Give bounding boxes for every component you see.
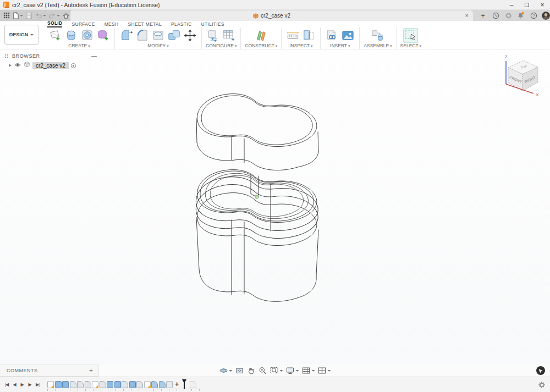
playback-go-to-start[interactable]: |◀ [3, 382, 10, 387]
browser-root-item[interactable]: cr2_case v2 [2, 61, 101, 70]
browser-item-label[interactable]: cr2_case v2 [32, 62, 69, 69]
timeline-feature-fillet-suppressed[interactable] [190, 381, 196, 388]
press-pull-icon[interactable] [119, 28, 134, 43]
create-dropdown[interactable]: CREATE [68, 43, 90, 48]
undo-icon[interactable] [35, 12, 46, 19]
x-axis-label: X [536, 92, 539, 97]
ribbon-tab-mesh[interactable]: MESH [105, 21, 119, 27]
redo-icon[interactable] [48, 12, 60, 19]
extrude-icon[interactable] [64, 28, 79, 43]
job-status-icon[interactable] [491, 11, 500, 20]
profile-status-icon[interactable] [504, 11, 513, 20]
home-icon[interactable] [62, 12, 70, 19]
create-form-icon[interactable] [96, 28, 111, 43]
orbit-caret [229, 370, 233, 372]
timeline-feature-extrude[interactable] [107, 381, 113, 388]
configuration-table-icon[interactable] [222, 28, 237, 43]
joint-icon[interactable] [370, 28, 385, 43]
select-icon[interactable] [403, 28, 418, 43]
timeline-feature-sketch[interactable] [92, 381, 98, 388]
orbit-button[interactable] [219, 366, 233, 375]
timeline-feature-extrude[interactable] [55, 381, 62, 388]
timeline-feature-fillet[interactable] [70, 381, 76, 388]
panel-collapse-icon[interactable]: — [91, 53, 97, 59]
model-canvas[interactable]: BROWSER — cr2_case v2 [0, 49, 550, 365]
viewports-button[interactable] [318, 366, 331, 375]
browser-title: BROWSER [12, 53, 40, 59]
measure-icon[interactable] [285, 28, 300, 43]
look-at-button[interactable] [235, 366, 244, 375]
display-settings-button[interactable] [286, 366, 299, 375]
playback-go-to-end[interactable]: ▶| [34, 382, 41, 387]
timeline-settings-gear-icon[interactable] [538, 381, 546, 391]
construct-dropdown[interactable]: CONSTRUCT [245, 43, 277, 48]
document-tab[interactable]: cr2_case v2 × [70, 10, 473, 21]
app-grid-icon[interactable] [3, 12, 10, 19]
maximize-button[interactable] [519, 0, 535, 9]
wireframe-model[interactable] [0, 49, 550, 365]
timeline-feature-shell[interactable] [159, 381, 166, 388]
save-icon[interactable] [25, 12, 32, 19]
timeline-feature-extrude[interactable] [129, 381, 136, 388]
assemble-dropdown[interactable]: ASSEMBLE [364, 43, 392, 48]
ribbon-tab-surface[interactable]: SURFACE [72, 21, 95, 27]
tab-strip: cr2_case v2 × + ? [0, 10, 550, 21]
close-button[interactable]: × [535, 0, 550, 9]
playback-step-back[interactable]: ◀ [11, 382, 18, 387]
timeline-feature-box[interactable] [166, 381, 173, 388]
modify-dropdown[interactable]: MODIFY [147, 43, 169, 48]
timeline-feature-sketch[interactable] [47, 381, 54, 388]
playback-play[interactable]: ▶ [19, 382, 25, 387]
minimize-button[interactable]: – [504, 0, 519, 9]
assistant-button[interactable] [536, 366, 546, 376]
timeline-feature-extrude[interactable] [62, 381, 69, 388]
user-avatar[interactable] [542, 12, 550, 20]
ribbon-tab-utilities[interactable]: UTILITIES [201, 21, 224, 27]
new-tab-button[interactable]: + [479, 11, 487, 20]
tab-close-icon[interactable]: × [465, 13, 469, 19]
insert-derive-icon[interactable] [324, 28, 339, 43]
file-menu-icon[interactable] [12, 12, 23, 19]
zoom-button[interactable] [258, 366, 267, 375]
timeline-feature-fillet[interactable] [122, 381, 128, 388]
pan-button[interactable] [247, 366, 256, 375]
ribbon-tab-sheet-metal[interactable]: SHEET METAL [128, 21, 162, 27]
construction-plane-icon[interactable] [254, 28, 268, 43]
grid-display-button[interactable] [302, 366, 315, 375]
workspace-selector[interactable]: DESIGN [4, 25, 38, 45]
viewcube[interactable]: TOP FRONT RIGHT Z X [501, 52, 544, 98]
timeline-feature-fillet[interactable] [136, 381, 143, 388]
expand-chevron-icon[interactable] [9, 64, 12, 67]
revolve-icon[interactable] [80, 28, 95, 43]
panel-grip-icon[interactable] [4, 54, 9, 58]
add-comment-button[interactable]: + [89, 367, 93, 374]
activate-component-radio[interactable] [71, 63, 76, 68]
canvas-icon[interactable] [340, 28, 355, 43]
timeline-feature-sketch[interactable] [144, 381, 151, 388]
playback-step-forward[interactable]: ▶ [26, 382, 33, 387]
timeline-feature-fillet[interactable] [77, 381, 84, 388]
combine-icon[interactable] [167, 28, 182, 43]
inspect-dropdown[interactable]: INSPECT [289, 43, 312, 48]
insert-dropdown[interactable]: INSERT [330, 43, 350, 48]
timeline-feature-fillet[interactable] [100, 381, 106, 388]
section-analysis-icon[interactable] [301, 28, 316, 43]
notifications-bell-icon[interactable] [516, 11, 525, 20]
configure-dropdown[interactable]: CONFIGURE [206, 43, 237, 48]
timeline-feature-extrude[interactable] [114, 381, 121, 388]
move-icon[interactable] [183, 28, 197, 43]
timeline-feature-move[interactable] [174, 381, 180, 388]
configuration-icon[interactable] [206, 28, 221, 43]
comments-panel[interactable]: COMMENTS + [0, 365, 99, 377]
timeline-feature-fillet[interactable] [85, 381, 91, 388]
timeline-feature-shell[interactable] [151, 381, 158, 388]
fillet-icon[interactable] [135, 28, 150, 43]
visibility-eye-icon[interactable] [14, 60, 21, 70]
ribbon-tab-solid[interactable]: SOLID [47, 20, 62, 27]
ribbon-tab-plastic[interactable]: PLASTIC [171, 21, 192, 27]
create-sketch-icon[interactable] [48, 28, 63, 43]
shell-icon[interactable] [151, 28, 166, 43]
fit-button[interactable] [270, 366, 283, 375]
help-icon[interactable]: ? [529, 11, 538, 20]
select-dropdown[interactable]: SELECT [400, 43, 422, 48]
